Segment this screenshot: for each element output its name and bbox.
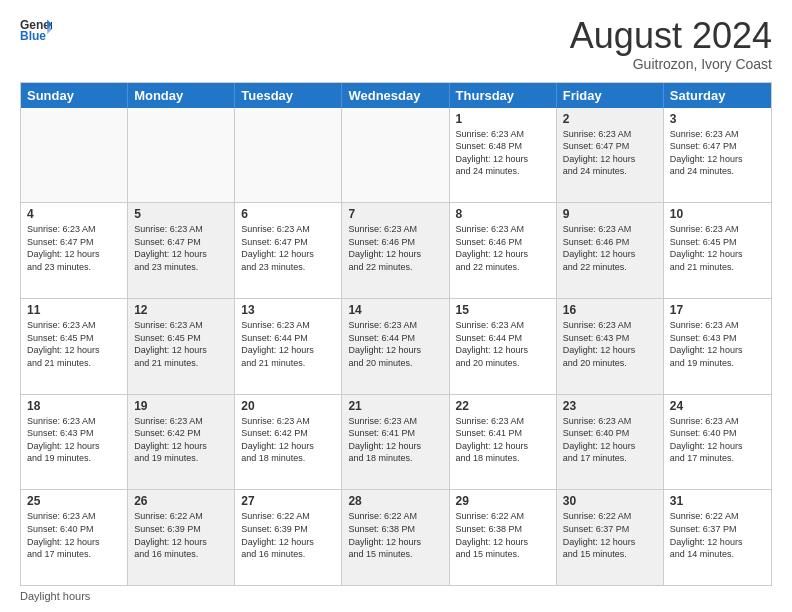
day-info: Sunrise: 6:22 AM Sunset: 6:39 PM Dayligh… [241,510,335,560]
day-info: Sunrise: 6:22 AM Sunset: 6:37 PM Dayligh… [670,510,765,560]
day-number: 27 [241,494,335,508]
calendar-cell: 29Sunrise: 6:22 AM Sunset: 6:38 PM Dayli… [450,490,557,585]
location: Guitrozon, Ivory Coast [570,56,772,72]
calendar-cell: 16Sunrise: 6:23 AM Sunset: 6:43 PM Dayli… [557,299,664,394]
day-of-week-header: Monday [128,83,235,108]
day-number: 14 [348,303,442,317]
calendar-cell: 28Sunrise: 6:22 AM Sunset: 6:38 PM Dayli… [342,490,449,585]
day-number: 25 [27,494,121,508]
calendar-cell: 25Sunrise: 6:23 AM Sunset: 6:40 PM Dayli… [21,490,128,585]
calendar-week-row: 18Sunrise: 6:23 AM Sunset: 6:43 PM Dayli… [21,394,771,490]
day-number: 26 [134,494,228,508]
day-info: Sunrise: 6:23 AM Sunset: 6:44 PM Dayligh… [241,319,335,369]
calendar-cell: 8Sunrise: 6:23 AM Sunset: 6:46 PM Daylig… [450,203,557,298]
header: General Blue August 2024 Guitrozon, Ivor… [20,16,772,72]
day-info: Sunrise: 6:23 AM Sunset: 6:45 PM Dayligh… [27,319,121,369]
day-info: Sunrise: 6:23 AM Sunset: 6:41 PM Dayligh… [348,415,442,465]
day-number: 24 [670,399,765,413]
calendar-cell: 13Sunrise: 6:23 AM Sunset: 6:44 PM Dayli… [235,299,342,394]
calendar-week-row: 1Sunrise: 6:23 AM Sunset: 6:48 PM Daylig… [21,108,771,203]
day-number: 15 [456,303,550,317]
day-info: Sunrise: 6:23 AM Sunset: 6:47 PM Dayligh… [27,223,121,273]
day-of-week-header: Wednesday [342,83,449,108]
calendar-cell: 5Sunrise: 6:23 AM Sunset: 6:47 PM Daylig… [128,203,235,298]
day-info: Sunrise: 6:23 AM Sunset: 6:45 PM Dayligh… [670,223,765,273]
daylight-label: Daylight hours [20,590,90,602]
day-of-week-header: Sunday [21,83,128,108]
calendar-cell: 4Sunrise: 6:23 AM Sunset: 6:47 PM Daylig… [21,203,128,298]
calendar: SundayMondayTuesdayWednesdayThursdayFrid… [20,82,772,586]
calendar-cell: 30Sunrise: 6:22 AM Sunset: 6:37 PM Dayli… [557,490,664,585]
day-of-week-header: Tuesday [235,83,342,108]
calendar-cell: 27Sunrise: 6:22 AM Sunset: 6:39 PM Dayli… [235,490,342,585]
calendar-cell: 14Sunrise: 6:23 AM Sunset: 6:44 PM Dayli… [342,299,449,394]
footer-note: Daylight hours [20,586,772,602]
calendar-cell: 10Sunrise: 6:23 AM Sunset: 6:45 PM Dayli… [664,203,771,298]
calendar-cell [235,108,342,203]
logo-icon: General Blue [20,16,52,44]
calendar-cell: 19Sunrise: 6:23 AM Sunset: 6:42 PM Dayli… [128,395,235,490]
calendar-header: SundayMondayTuesdayWednesdayThursdayFrid… [21,83,771,108]
calendar-cell: 24Sunrise: 6:23 AM Sunset: 6:40 PM Dayli… [664,395,771,490]
calendar-week-row: 11Sunrise: 6:23 AM Sunset: 6:45 PM Dayli… [21,298,771,394]
calendar-cell: 22Sunrise: 6:23 AM Sunset: 6:41 PM Dayli… [450,395,557,490]
calendar-cell: 20Sunrise: 6:23 AM Sunset: 6:42 PM Dayli… [235,395,342,490]
calendar-cell: 31Sunrise: 6:22 AM Sunset: 6:37 PM Dayli… [664,490,771,585]
day-info: Sunrise: 6:23 AM Sunset: 6:40 PM Dayligh… [670,415,765,465]
calendar-cell: 18Sunrise: 6:23 AM Sunset: 6:43 PM Dayli… [21,395,128,490]
day-number: 4 [27,207,121,221]
day-info: Sunrise: 6:23 AM Sunset: 6:40 PM Dayligh… [563,415,657,465]
calendar-cell: 21Sunrise: 6:23 AM Sunset: 6:41 PM Dayli… [342,395,449,490]
calendar-week-row: 4Sunrise: 6:23 AM Sunset: 6:47 PM Daylig… [21,202,771,298]
day-number: 21 [348,399,442,413]
calendar-cell [342,108,449,203]
calendar-cell: 1Sunrise: 6:23 AM Sunset: 6:48 PM Daylig… [450,108,557,203]
day-number: 30 [563,494,657,508]
day-number: 22 [456,399,550,413]
day-of-week-header: Thursday [450,83,557,108]
day-info: Sunrise: 6:23 AM Sunset: 6:47 PM Dayligh… [134,223,228,273]
calendar-cell: 17Sunrise: 6:23 AM Sunset: 6:43 PM Dayli… [664,299,771,394]
calendar-body: 1Sunrise: 6:23 AM Sunset: 6:48 PM Daylig… [21,108,771,585]
day-info: Sunrise: 6:23 AM Sunset: 6:42 PM Dayligh… [134,415,228,465]
day-number: 12 [134,303,228,317]
day-info: Sunrise: 6:22 AM Sunset: 6:38 PM Dayligh… [456,510,550,560]
day-of-week-header: Saturday [664,83,771,108]
day-info: Sunrise: 6:23 AM Sunset: 6:46 PM Dayligh… [348,223,442,273]
calendar-cell: 23Sunrise: 6:23 AM Sunset: 6:40 PM Dayli… [557,395,664,490]
calendar-cell: 15Sunrise: 6:23 AM Sunset: 6:44 PM Dayli… [450,299,557,394]
day-info: Sunrise: 6:23 AM Sunset: 6:46 PM Dayligh… [456,223,550,273]
day-info: Sunrise: 6:23 AM Sunset: 6:40 PM Dayligh… [27,510,121,560]
calendar-cell: 9Sunrise: 6:23 AM Sunset: 6:46 PM Daylig… [557,203,664,298]
day-number: 10 [670,207,765,221]
calendar-cell [128,108,235,203]
day-number: 8 [456,207,550,221]
svg-text:Blue: Blue [20,29,46,43]
day-info: Sunrise: 6:23 AM Sunset: 6:46 PM Dayligh… [563,223,657,273]
day-number: 17 [670,303,765,317]
day-number: 18 [27,399,121,413]
day-info: Sunrise: 6:23 AM Sunset: 6:42 PM Dayligh… [241,415,335,465]
day-number: 1 [456,112,550,126]
day-info: Sunrise: 6:23 AM Sunset: 6:48 PM Dayligh… [456,128,550,178]
calendar-cell: 11Sunrise: 6:23 AM Sunset: 6:45 PM Dayli… [21,299,128,394]
day-info: Sunrise: 6:22 AM Sunset: 6:37 PM Dayligh… [563,510,657,560]
day-info: Sunrise: 6:23 AM Sunset: 6:41 PM Dayligh… [456,415,550,465]
day-info: Sunrise: 6:23 AM Sunset: 6:47 PM Dayligh… [241,223,335,273]
day-number: 5 [134,207,228,221]
calendar-cell: 2Sunrise: 6:23 AM Sunset: 6:47 PM Daylig… [557,108,664,203]
day-info: Sunrise: 6:23 AM Sunset: 6:47 PM Dayligh… [563,128,657,178]
day-number: 23 [563,399,657,413]
day-number: 7 [348,207,442,221]
day-number: 3 [670,112,765,126]
calendar-week-row: 25Sunrise: 6:23 AM Sunset: 6:40 PM Dayli… [21,489,771,585]
calendar-cell: 7Sunrise: 6:23 AM Sunset: 6:46 PM Daylig… [342,203,449,298]
day-info: Sunrise: 6:23 AM Sunset: 6:43 PM Dayligh… [670,319,765,369]
day-number: 11 [27,303,121,317]
day-number: 16 [563,303,657,317]
day-info: Sunrise: 6:23 AM Sunset: 6:43 PM Dayligh… [563,319,657,369]
calendar-cell: 6Sunrise: 6:23 AM Sunset: 6:47 PM Daylig… [235,203,342,298]
month-year: August 2024 [570,16,772,56]
day-of-week-header: Friday [557,83,664,108]
calendar-cell: 3Sunrise: 6:23 AM Sunset: 6:47 PM Daylig… [664,108,771,203]
